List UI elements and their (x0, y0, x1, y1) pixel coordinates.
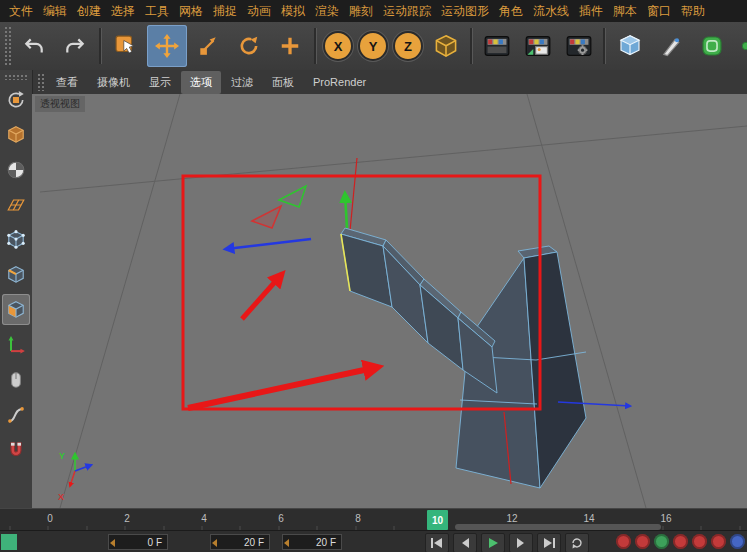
viewport-solo-button[interactable] (2, 364, 30, 395)
timeline-tick: 8 (349, 513, 367, 524)
add-tool-button[interactable] (270, 25, 310, 67)
redo-button[interactable] (55, 25, 95, 67)
move-tool-button[interactable] (147, 25, 187, 67)
render-view-button[interactable] (477, 25, 517, 67)
record-position-button[interactable] (673, 534, 688, 549)
menu-render[interactable]: 渲染 (310, 0, 344, 22)
palette-handle[interactable] (4, 26, 11, 66)
annotation-arrow-large (188, 367, 378, 408)
subdivision-surface-button[interactable] (692, 25, 732, 67)
mesh-object[interactable] (341, 228, 586, 488)
timeline-tick: 14 (580, 513, 598, 524)
goto-end-button[interactable] (537, 533, 561, 552)
spline-tool-button[interactable] (2, 399, 30, 430)
snapping-button[interactable] (2, 434, 30, 465)
array-generator-button[interactable] (733, 25, 747, 67)
play-button[interactable] (481, 533, 505, 552)
move-gizmo[interactable] (226, 186, 347, 249)
edges-mode-icon (6, 265, 26, 285)
red-axis-line (350, 158, 357, 231)
workplane-mode-button[interactable] (2, 189, 30, 220)
menu-pipeline[interactable]: 流水线 (528, 0, 574, 22)
palette-handle[interactable] (37, 73, 44, 91)
gizmo-green-arrow[interactable] (345, 194, 347, 228)
vmenu-panel[interactable]: 面板 (263, 71, 303, 94)
viewport-menubar: 查看 摄像机 显示 选项 过滤 面板 ProRender (32, 70, 747, 95)
menu-script[interactable]: 脚本 (608, 0, 642, 22)
autokeying-button[interactable] (635, 534, 650, 549)
gizmo-blue-arrow[interactable] (226, 239, 311, 249)
menu-select[interactable]: 选择 (106, 0, 140, 22)
undo-button[interactable] (14, 25, 54, 67)
vmenu-options[interactable]: 选项 (181, 71, 221, 94)
axis-y-label: Y (59, 451, 65, 461)
view-label[interactable]: 透视视图 (35, 96, 85, 112)
menu-tools[interactable]: 工具 (140, 0, 174, 22)
edges-mode-button[interactable] (2, 259, 30, 290)
render-settings-button[interactable] (559, 25, 599, 67)
menu-simulate[interactable]: 模拟 (276, 0, 310, 22)
plus-icon (279, 35, 301, 57)
record-rotation-button[interactable] (711, 534, 726, 549)
record-active-objects-button[interactable] (616, 534, 631, 549)
live-selection-button[interactable] (106, 25, 146, 67)
spline-pen-button[interactable] (651, 25, 691, 67)
start-frame-field[interactable]: 0 F (108, 534, 168, 550)
enable-axis-button[interactable] (2, 329, 30, 360)
model-mode-button[interactable] (2, 119, 30, 150)
menu-help[interactable]: 帮助 (676, 0, 710, 22)
play-icon (486, 537, 500, 549)
viewport-canvas[interactable]: Y X (32, 94, 747, 508)
loop-icon (570, 537, 584, 549)
scale-tool-button[interactable] (188, 25, 228, 67)
render-settings-icon (566, 34, 592, 58)
goto-start-button[interactable] (425, 533, 449, 552)
menu-create[interactable]: 创建 (72, 0, 106, 22)
loop-playback-button[interactable] (565, 533, 589, 552)
vmenu-view[interactable]: 查看 (47, 71, 87, 94)
menu-file[interactable]: 文件 (4, 0, 38, 22)
coordinate-cube-icon (434, 34, 458, 58)
x-axis-lock-button[interactable]: X (323, 31, 353, 61)
max-frame-field[interactable]: 20 F (282, 534, 342, 550)
end-frame-field[interactable]: 20 F (210, 534, 270, 550)
menu-mesh[interactable]: 网格 (174, 0, 208, 22)
timeline-ruler[interactable]: 0 2 4 6 8 12 14 16 10 (0, 508, 747, 531)
record-parameter-button[interactable] (730, 534, 745, 549)
render-picture-viewer-button[interactable] (518, 25, 558, 67)
menu-plugins[interactable]: 插件 (574, 0, 608, 22)
main-toolbar: X Y Z (0, 22, 747, 71)
vmenu-cameras[interactable]: 摄像机 (88, 71, 139, 94)
menu-character[interactable]: 角色 (494, 0, 528, 22)
rotate-tool-button[interactable] (229, 25, 269, 67)
palette-handle[interactable] (4, 74, 28, 80)
perspective-viewport[interactable]: 透视视图 (32, 94, 747, 508)
polygons-mode-button[interactable] (2, 294, 30, 325)
menu-sculpt[interactable]: 雕刻 (344, 0, 378, 22)
vmenu-filter[interactable]: 过滤 (222, 71, 262, 94)
convert-to-editable-button[interactable] (2, 84, 30, 115)
menu-snap[interactable]: 捕捉 (208, 0, 242, 22)
record-scale-button[interactable] (692, 534, 707, 549)
vmenu-display[interactable]: 显示 (140, 71, 180, 94)
menu-mograph[interactable]: 运动图形 (436, 0, 494, 22)
current-frame-marker[interactable]: 10 (427, 510, 448, 530)
menu-motion-tracker[interactable]: 运动跟踪 (378, 0, 436, 22)
move-icon (155, 34, 179, 58)
menu-window[interactable]: 窗口 (642, 0, 676, 22)
vmenu-prorender[interactable]: ProRender (304, 72, 375, 92)
primitive-cube-button[interactable] (610, 25, 650, 67)
previous-frame-button[interactable] (453, 533, 477, 552)
y-axis-lock-button[interactable]: Y (358, 31, 388, 61)
next-frame-button[interactable] (509, 533, 533, 552)
texture-mode-button[interactable] (2, 154, 30, 185)
toolbar-separator (99, 28, 102, 64)
menu-edit[interactable]: 编辑 (38, 0, 72, 22)
coordinate-system-button[interactable] (426, 25, 466, 67)
gizmo-green-plane-handle[interactable] (279, 186, 306, 207)
z-axis-lock-button[interactable]: Z (393, 31, 423, 61)
menu-animate[interactable]: 动画 (242, 0, 276, 22)
gizmo-red-plane-handle[interactable] (252, 206, 281, 228)
points-mode-button[interactable] (2, 224, 30, 255)
keyframe-selection-button[interactable] (654, 534, 669, 549)
